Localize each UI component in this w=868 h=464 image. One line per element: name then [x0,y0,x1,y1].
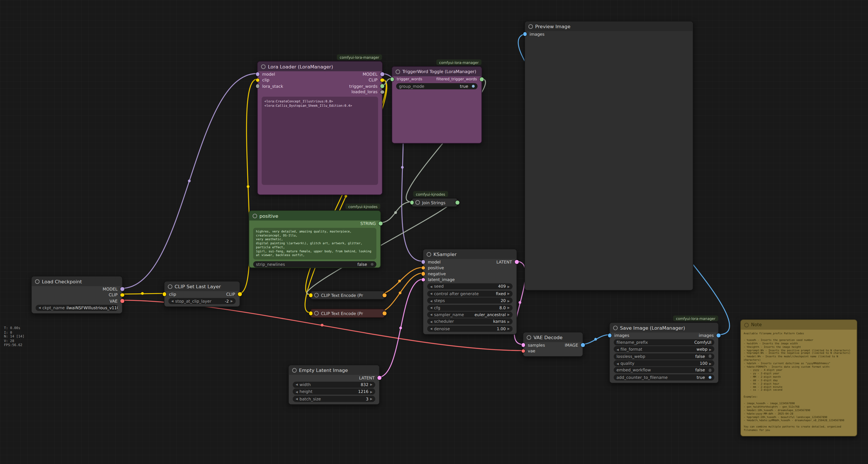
combo-right-arrow-icon[interactable]: ▶ [370,390,372,394]
combo-left-arrow-icon[interactable]: ◀ [430,292,432,295]
widget-seed[interactable]: ◀ seed 409 ▶ [427,283,513,290]
combo-left-arrow-icon[interactable]: ◀ [430,320,432,323]
collapse-dot-icon[interactable] [253,213,257,218]
combo-right-arrow-icon[interactable]: ▶ [507,313,510,316]
combo-left-arrow-icon[interactable]: ◀ [38,306,41,310]
input-pin-clip[interactable] [162,292,166,296]
input-pin-model[interactable] [256,72,259,76]
combo-left-arrow-icon[interactable]: ◀ [430,313,432,316]
combo-right-arrow-icon[interactable]: ▶ [507,292,510,295]
node-lora-loader[interactable]: comfyui-lora-manager Lora Loader (LoraMa… [257,61,382,195]
node-save-image[interactable]: comfyui-lora-manager Save Image (LoraMan… [609,322,719,383]
graph-canvas[interactable]: T: 0.00s I: 0 N: 14 [14] V: 28 FPS:56.62… [0,0,868,464]
widget-width[interactable]: ◀ width 832 ▶ [293,381,375,388]
combo-left-arrow-icon[interactable]: ◀ [430,327,432,330]
node-titlebar[interactable]: Note [741,320,857,329]
combo-left-arrow-icon[interactable]: ◀ [430,285,432,288]
node-titlebar[interactable]: positive [249,211,380,220]
input-pin-lora-stack[interactable] [256,84,259,88]
node-vae-decode[interactable]: VAE Decode samples IMAGE vae [523,332,583,357]
widget-ckpt-name[interactable]: ◀ ckpt_name ilwaiNSFWIllustrious_v110.s … [36,304,118,311]
collapse-dot-icon[interactable] [528,24,533,29]
input-pin-model[interactable] [421,260,425,264]
combo-left-arrow-icon[interactable]: ◀ [616,361,619,365]
widget-sampler-name[interactable]: ◀ sampler_name euler_ancestral ▶ [427,312,513,318]
widget-filename-prefix[interactable]: filename_prefix ComfyUI [614,339,714,346]
collapse-dot-icon[interactable] [527,335,531,340]
output-pin-clip[interactable] [238,292,242,296]
input-pin-latent-image[interactable] [421,278,425,282]
combo-left-arrow-icon[interactable]: ◀ [296,390,298,394]
widget-stop-at-clip-layer[interactable]: ◀ stop_at_clip_layer -2 ▶ [168,298,236,304]
widget-steps[interactable]: ◀ steps 20 ▶ [427,297,513,304]
node-titlebar[interactable]: CLIP Set Last Layer [164,282,240,291]
collapse-dot-icon[interactable] [261,64,266,69]
node-note[interactable]: Note Available filename_prefix Pattern C… [740,320,857,437]
collapse-dot-icon[interactable] [396,69,400,74]
combo-right-arrow-icon[interactable]: ▶ [507,306,510,309]
input-pin-images[interactable] [608,334,612,338]
widget-file-format[interactable]: ◀ file_format webp ▶ [614,346,714,352]
input-pin-clip[interactable] [309,311,312,315]
node-ksampler[interactable]: KSampler model LATENT positive negative … [423,249,517,335]
collapse-dot-icon[interactable] [415,200,420,205]
combo-left-arrow-icon[interactable]: ◀ [616,348,619,351]
collapse-dot-icon[interactable] [35,279,40,284]
lora-syntax-textarea[interactable]: <lora:CreateConcept_Illustrious:0.8> <lo… [261,97,378,185]
output-pin-filtered-trigger-words[interactable] [480,77,484,81]
node-clip-text-encode-negative[interactable]: CLIP Text Encode (Pr [310,309,385,318]
output-pin-images[interactable] [716,334,720,338]
output-pin-vae[interactable] [121,299,124,303]
input-pin-negative[interactable] [421,272,425,276]
combo-right-arrow-icon[interactable]: ▶ [370,397,372,400]
prompt-textarea[interactable]: highres, very detailed, amazing quality,… [253,228,376,259]
output-pin-image[interactable] [581,343,585,347]
collapse-dot-icon[interactable] [168,284,173,289]
collapse-dot-icon[interactable] [314,311,319,316]
input-pin-positive[interactable] [421,266,425,270]
node-triggerword-toggle[interactable]: comfyui-lora-manager TriggerWord Toggle … [392,66,482,144]
combo-left-arrow-icon[interactable]: ◀ [296,397,298,400]
node-clip-set-last-layer[interactable]: CLIP Set Last Layer clip CLIP ◀ stop_at_… [164,281,240,307]
combo-right-arrow-icon[interactable]: ▶ [507,320,510,323]
input-pin-clip[interactable] [256,78,259,82]
widget-batch-size[interactable]: ◀ batch_size 3 ▶ [293,396,375,402]
combo-right-arrow-icon[interactable]: ▶ [709,348,712,351]
output-pin-conditioning[interactable] [383,311,386,315]
toggle-indicator-icon[interactable] [471,85,475,88]
widget-control-after-generate[interactable]: ◀ control after generate fixed ▶ [427,291,513,297]
combo-right-arrow-icon[interactable]: ▶ [230,299,233,303]
combo-left-arrow-icon[interactable]: ◀ [172,299,174,303]
toggle-indicator-icon[interactable] [708,369,712,372]
node-titlebar[interactable]: Load Checkpoint [32,277,122,286]
widget-group-mode[interactable]: group_mode true [396,83,477,89]
combo-right-arrow-icon[interactable]: ▶ [507,285,510,288]
toggle-indicator-icon[interactable] [370,263,373,266]
collapse-dot-icon[interactable] [427,252,431,257]
node-titlebar[interactable]: VAE Decode [523,332,583,342]
node-titlebar[interactable]: KSampler [423,250,516,259]
combo-left-arrow-icon[interactable]: ◀ [430,306,432,309]
widget-height[interactable]: ◀ height 1216 ▶ [293,388,375,395]
widget-quality[interactable]: ◀ quality 100 ▶ [614,360,714,367]
widget-add-counter-to-filename[interactable]: add_counter_to_filename true [614,374,714,381]
node-positive-prompt[interactable]: comfyui-kjnodes positive STRING highres,… [249,210,381,268]
output-pin-loaded-loras[interactable] [380,90,384,94]
output-pin-latent[interactable] [377,376,381,380]
output-pin-clip[interactable] [121,293,124,297]
output-pin-string[interactable] [456,201,459,204]
combo-right-arrow-icon[interactable]: ▶ [370,383,372,386]
input-pin-trigger-words[interactable] [390,77,394,81]
input-pin-vae[interactable] [521,349,525,353]
input-pin-samples[interactable] [521,343,525,347]
combo-right-arrow-icon[interactable]: ▶ [709,361,712,365]
collapse-dot-icon[interactable] [613,325,618,330]
collapse-dot-icon[interactable] [292,368,297,373]
widget-cfg[interactable]: ◀ cfg 8.0 ▶ [427,304,513,311]
node-titlebar[interactable]: TriggerWord Toggle (LoraManager) [392,67,482,76]
output-pin-string[interactable] [379,222,382,225]
node-titlebar[interactable]: Save Image (LoraManager) [610,323,718,332]
input-pin-images[interactable] [523,32,527,36]
output-pin-model[interactable] [121,287,124,291]
widget-strip-newlines[interactable]: strip_newlines false [253,261,376,267]
